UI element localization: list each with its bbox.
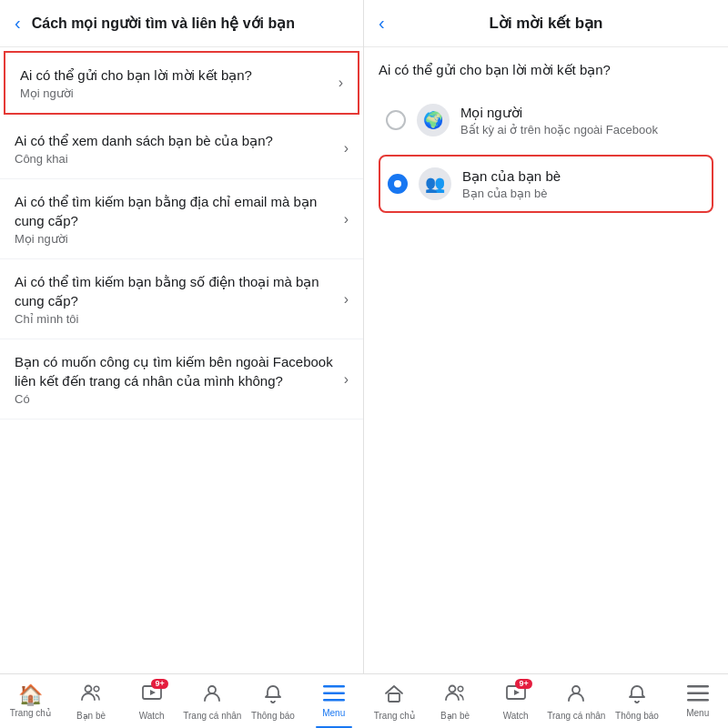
nav-home-label-left: Trang chủ (10, 708, 51, 718)
svg-rect-16 (687, 699, 709, 702)
setting-item-subtitle-5: Có (15, 392, 337, 406)
setting-item-external-search[interactable]: Bạn có muốn công cụ tìm kiếm bên ngoài F… (0, 339, 363, 420)
setting-item-subtitle-2: Công khai (15, 152, 337, 166)
nav-notifications-label-right: Thông báo (615, 711, 659, 721)
right-header: ‹ Lời mời kết bạn (364, 0, 728, 47)
home-icon-right (383, 682, 405, 708)
setting-item-subtitle-4: Chỉ mình tôi (15, 312, 337, 326)
nav-profile-left[interactable]: Trang cá nhân (182, 674, 243, 728)
setting-item-email-search[interactable]: Ai có thể tìm kiếm bạn bằng địa chỉ emai… (0, 179, 363, 259)
nav-watch-right[interactable]: 9+ Watch (485, 674, 546, 728)
svg-rect-15 (687, 692, 709, 694)
option-label-everyone: Mọi người (460, 105, 706, 121)
radio-friends (388, 174, 408, 194)
setting-item-title-1: Ai có thể gửi cho bạn lời mời kết bạn? (20, 66, 331, 85)
setting-item-title-5: Bạn có muốn công cụ tìm kiếm bên ngoài F… (15, 352, 337, 390)
left-back-button[interactable]: ‹ (15, 13, 21, 34)
left-nav: 🏠 Trang chủ Bạn bè (0, 674, 364, 728)
nav-notifications-right[interactable]: Thông báo (607, 674, 668, 728)
option-desc-friends: Bạn của bạn bè (462, 187, 704, 200)
right-header-title: Lời mời kết bạn (490, 14, 603, 33)
nav-friends-left[interactable]: Bạn bè (61, 674, 122, 728)
nav-watch-label-left: Watch (139, 711, 165, 721)
nav-home-right[interactable]: Trang chủ (364, 674, 425, 728)
home-icon-left: 🏠 (18, 685, 43, 705)
right-screen: ‹ Lời mời kết bạn Ai có thể gửi cho bạn … (364, 0, 728, 673)
profile-icon-left (201, 682, 223, 708)
nav-friends-label-left: Bạn bè (76, 711, 106, 721)
option-icon-friends: 👥 (419, 167, 451, 200)
nav-menu-label-right: Menu (686, 708, 709, 718)
friends-icon-left (80, 682, 102, 708)
bottom-navigation: 🏠 Trang chủ Bạn bè (0, 673, 728, 728)
menu-icon-left (323, 685, 345, 705)
setting-item-title-3: Ai có thể tìm kiếm bạn bằng địa chỉ emai… (15, 192, 337, 230)
nav-profile-right[interactable]: Trang cá nhân (546, 674, 607, 728)
chevron-icon-1: › (339, 75, 343, 91)
left-header: ‹ Cách mọi người tìm và liên hệ với bạn (0, 0, 363, 47)
nav-friends-label-right: Bạn bè (440, 711, 470, 721)
right-back-button[interactable]: ‹ (379, 13, 385, 34)
settings-list: Ai có thể gửi cho bạn lời mời kết bạn? M… (0, 47, 363, 673)
friends-icon-right (444, 682, 466, 708)
profile-icon-right (565, 682, 587, 708)
chevron-icon-5: › (344, 371, 349, 388)
svg-rect-8 (389, 693, 399, 702)
svg-rect-6 (323, 692, 345, 694)
setting-item-subtitle-1: Mọi người (20, 86, 331, 100)
svg-rect-7 (323, 699, 345, 702)
nav-home-label-right: Trang chủ (374, 711, 415, 721)
option-everyone[interactable]: 🌍 Mọi người Bất kỳ ai ở trên hoặc ngoài … (379, 93, 713, 147)
watch-badge-right: 9+ (515, 679, 531, 689)
setting-item-title-4: Ai có thể tìm kiếm bạn bằng số điện thoạ… (15, 272, 337, 310)
setting-item-phone-search[interactable]: Ai có thể tìm kiếm bạn bằng số điện thoạ… (0, 259, 363, 339)
setting-item-title-2: Ai có thể xem danh sách bạn bè của bạn? (15, 131, 337, 150)
nav-notifications-label-left: Thông báo (251, 711, 295, 721)
chevron-icon-4: › (344, 291, 349, 308)
option-friends-of-friends[interactable]: 👥 Bạn của bạn bè Bạn của bạn bè (379, 155, 713, 213)
svg-rect-5 (323, 685, 345, 688)
watch-icon-left: 9+ (141, 682, 163, 708)
svg-marker-3 (150, 690, 156, 695)
svg-point-13 (572, 686, 580, 693)
watch-icon-right: 9+ (505, 682, 527, 708)
svg-point-4 (208, 686, 216, 693)
left-screen: ‹ Cách mọi người tìm và liên hệ với bạn … (0, 0, 364, 673)
option-desc-everyone: Bất kỳ ai ở trên hoặc ngoài Facebook (460, 123, 706, 136)
svg-point-0 (86, 685, 92, 692)
watch-badge-left: 9+ (151, 679, 167, 689)
nav-menu-left[interactable]: Menu (303, 674, 364, 728)
nav-friends-right[interactable]: Bạn bè (425, 674, 486, 728)
menu-icon-right (687, 685, 709, 705)
right-question: Ai có thể gửi cho bạn lời mời kết bạn? (379, 62, 713, 78)
nav-profile-label-left: Trang cá nhân (183, 711, 241, 721)
svg-rect-14 (687, 685, 709, 688)
nav-home-left[interactable]: 🏠 Trang chủ (0, 674, 61, 728)
setting-item-friend-request[interactable]: Ai có thể gửi cho bạn lời mời kết bạn? M… (4, 51, 359, 115)
svg-point-9 (450, 685, 456, 692)
chevron-icon-3: › (344, 211, 349, 228)
svg-point-1 (94, 686, 99, 692)
chevron-icon-2: › (344, 140, 349, 157)
bell-icon-right (626, 682, 648, 708)
bell-icon-left (262, 682, 284, 708)
right-nav: Trang chủ Bạn bè 9+ (364, 674, 728, 728)
option-label-friends: Bạn của bạn bè (462, 168, 704, 185)
nav-menu-label-left: Menu (322, 708, 345, 718)
nav-profile-label-right: Trang cá nhân (547, 711, 605, 721)
radio-everyone (386, 110, 406, 130)
setting-item-subtitle-3: Mọi người (15, 232, 337, 246)
option-icon-everyone: 🌍 (417, 104, 450, 136)
nav-menu-right[interactable]: Menu (667, 674, 728, 728)
setting-item-friend-list[interactable]: Ai có thể xem danh sách bạn bè của bạn? … (0, 118, 363, 179)
nav-watch-label-right: Watch (503, 711, 529, 721)
svg-marker-12 (514, 690, 520, 695)
svg-point-10 (458, 686, 463, 692)
left-header-title: Cách mọi người tìm và liên hệ với bạn (32, 15, 349, 32)
nav-watch-left[interactable]: 9+ Watch (121, 674, 182, 728)
nav-notifications-left[interactable]: Thông báo (243, 674, 304, 728)
right-content: Ai có thể gửi cho bạn lời mời kết bạn? 🌍… (364, 47, 728, 673)
